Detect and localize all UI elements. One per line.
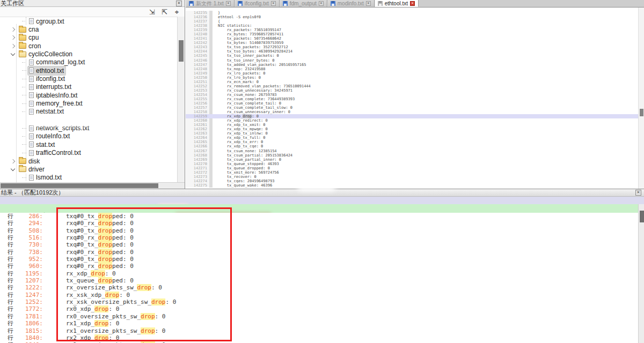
expand-all-icon[interactable]: ⇲ [148, 8, 157, 17]
row-line-number: 1247: [15, 292, 43, 299]
editor-line: 142243 tx_tso_packets: 35272932712 [186, 45, 638, 49]
line-number: 142250 [186, 76, 209, 80]
tab-新文件 1.txt[interactable]: 新文件 1.txt✕ [186, 0, 235, 7]
tab-close-icon[interactable]: ✕ [226, 1, 231, 6]
editor-line: 142238NIC statistics: [186, 24, 638, 28]
tree-item-cgroup.txt[interactable]: cgroup.txt [0, 17, 178, 25]
result-row[interactable]: 行738:rxq#0_rx_dropped: 0 [0, 249, 638, 256]
tree-item-body: driver [18, 165, 46, 174]
chevron-right-icon[interactable] [11, 43, 15, 48]
tree-item-cron[interactable]: cron [0, 42, 178, 50]
locate-file-icon[interactable]: ⌖ [172, 8, 181, 17]
tab-close-icon[interactable]: ✕ [319, 1, 324, 6]
results-scrollbar-thumb[interactable] [640, 211, 644, 222]
result-row[interactable]: 行1247:rx_xsk_xdp_drop: 0 [0, 292, 638, 299]
result-row[interactable]: 行516:rxq#0_rx_dropped: 0 [0, 234, 638, 241]
tab-close-icon[interactable]: ✕ [410, 1, 415, 6]
results-close-button[interactable]: ✕ [635, 190, 641, 196]
tree-item-disk[interactable]: disk [0, 157, 178, 165]
line-number: 142242 [186, 41, 209, 45]
editor-vertical-scrollbar[interactable] [638, 8, 644, 189]
tree-item-interrupts.txt[interactable]: interrupts.txt [0, 83, 178, 91]
tree-item-label: lsmod.txt [36, 174, 62, 181]
result-row[interactable]: 行286:txq#0_tx_dropped: 0 [0, 213, 638, 220]
file-icon [29, 175, 34, 181]
tree-item-netstat.txt[interactable]: netstat.txt [0, 108, 178, 116]
tree-item-iptablesInfo.txt[interactable]: iptablesInfo.txt [0, 91, 178, 99]
tree-horizontal-scrollbar[interactable] [0, 182, 185, 189]
result-row[interactable]: 行1806:rx1_xdp_drop: 0 [0, 320, 638, 327]
result-row[interactable]: 行1840:rx2_xdp_drop: 0 [0, 334, 638, 341]
tree-item-stat.txt[interactable]: stat.txt [0, 140, 178, 148]
editor-line-text: rx_csum_none: 26759783 [213, 93, 277, 97]
editor-line-text: tx_tso_bytes: 463099429284214 [213, 49, 292, 54]
tree-vertical-scrollbar[interactable] [177, 17, 185, 182]
result-row[interactable]: 行294:rxq#0_rx_dropped: 0 [0, 220, 638, 227]
tree-item-cpu[interactable]: cpu [0, 34, 178, 42]
tab-ethtool.txt[interactable]: ethtool.txt✕ [375, 0, 419, 7]
tree-item-ethtool.txt[interactable]: ethtool.txt [0, 66, 178, 74]
tree-item-lsmod.txt[interactable]: lsmod.txt [0, 174, 178, 182]
editor-line: 142256 rx_csum_complete_tail: 0 [186, 101, 638, 106]
result-row[interactable]: 行1772:rx0_xdp_drop: 0 [0, 305, 638, 312]
editor-line: 142245 tx_tso_inner_packets: 0 [186, 54, 638, 58]
folder-icon [19, 158, 26, 164]
folder-icon [19, 43, 26, 49]
workspace-tree[interactable]: cgroup.txtcnacpucroncyclicCollectioncomm… [0, 17, 178, 182]
match-highlight: drop [98, 256, 113, 263]
tree-item-network_scripts.txt[interactable]: network_scripts.txt [0, 124, 178, 132]
tab-ifconfig.txt[interactable]: ifconfig.txt✕ [235, 0, 280, 7]
tab-close-icon[interactable]: ✕ [366, 1, 371, 6]
chevron-right-icon[interactable] [11, 159, 15, 163]
row-line-prefix: 行 [8, 327, 15, 334]
chevron-right-icon[interactable] [11, 35, 15, 40]
result-row[interactable]: 行1781:rx0_oversize_pkts_sw_drop: 0 [0, 313, 638, 320]
tree-item-ifconfig.txt[interactable]: ifconfig.txt [0, 74, 178, 83]
result-row[interactable]: 行960:rxq#0_rx_dropped: 0 [0, 263, 638, 270]
tree-item-routeInfo.txt[interactable]: routeInfo.txt [0, 132, 178, 140]
tree-item-trafficControl.txt[interactable]: trafficControl.txt [0, 149, 178, 157]
editor-line-text: tx_added_vlan_packets: 205165957165 [213, 63, 306, 67]
editor-scrollbar-thumb[interactable] [640, 109, 643, 116]
chevron-down-icon[interactable] [11, 167, 15, 171]
editor-line: 142275 tx_queue_wake: 46396 [186, 183, 638, 188]
result-row[interactable]: 行508:txq#0_tx_dropped: 0 [0, 227, 638, 234]
chevron-down-icon[interactable] [11, 51, 15, 56]
tab-fdm_output[interactable]: fdm_output✕ [280, 0, 327, 7]
row-match-text: txq#0_tx_dropped: 0 [48, 213, 134, 220]
result-file-path-row[interactable]: E:\日志\armod0523.odata.ncmp.unicom.locaar… [0, 204, 644, 213]
tab-close-icon[interactable]: ✕ [271, 1, 276, 6]
tree-item-command_log.txt[interactable]: command_log.txt [0, 58, 178, 66]
match-highlight: drop [105, 292, 120, 299]
result-row[interactable]: 行952:txq#0_tx_dropped: 0 [0, 256, 638, 263]
app-window: 关工作区 ✕ ⇲⇱⌖ cgroup.txtcnacpucroncyclicCol… [0, 0, 644, 343]
row-line-prefix: 行 [8, 270, 15, 277]
collapse-all-icon[interactable]: ⇱ [160, 8, 169, 17]
tree-scrollbar-thumb[interactable] [179, 40, 184, 62]
tree-item-cna[interactable]: cna [0, 25, 178, 33]
tree-hscrollbar-thumb[interactable] [1, 183, 158, 188]
result-row[interactable]: 行1252:rx_xsk_oversize_pkts_sw_drop: 0 [0, 299, 638, 305]
tree-item-memory_free.txt[interactable]: memory_free.txt [0, 99, 178, 107]
results-vertical-scrollbar[interactable] [638, 204, 644, 343]
match-highlight: drop [98, 220, 113, 227]
tab-modinfo.txt[interactable]: modinfo.txt✕ [327, 0, 375, 7]
result-row[interactable]: 行1207:tx_queue_dropped: 0 [0, 277, 638, 284]
editor-line-text: tx_queue_stopped: 46393 [213, 162, 279, 166]
result-row[interactable]: 行1222:rx_oversize_pkts_sw_drop: 0 [0, 284, 638, 291]
editor[interactable]: 142235}142236ethtool -S enp1s0f0142237{1… [186, 8, 638, 189]
tree-item-body: cpu [18, 33, 40, 42]
chevron-right-icon[interactable] [11, 27, 15, 32]
tree-item-label: network_scripts.txt [36, 124, 89, 132]
result-row[interactable]: 行1815:rx1_oversize_pkts_sw_drop: 0 [0, 327, 638, 334]
match-highlight: drop [98, 241, 113, 248]
row-match-text: rx1_xdp_drop: 0 [48, 320, 119, 327]
tree-item-driver[interactable]: driver [0, 165, 178, 173]
tree-item-cyclicCollection[interactable]: cyclicCollection [0, 50, 178, 58]
tree-item-body: cyclicCollection [18, 50, 74, 58]
result-row[interactable]: 行1195:rx_xdp_drop: 0 [0, 270, 638, 277]
workspace-panel-close-button[interactable]: ✕ [176, 1, 182, 6]
editor-line: 142268 tx_csum_partial: 205153836424 [186, 153, 638, 158]
result-row[interactable]: 行730:txq#0_tx_dropped: 0 [0, 241, 638, 248]
line-number: 142241 [186, 36, 209, 41]
